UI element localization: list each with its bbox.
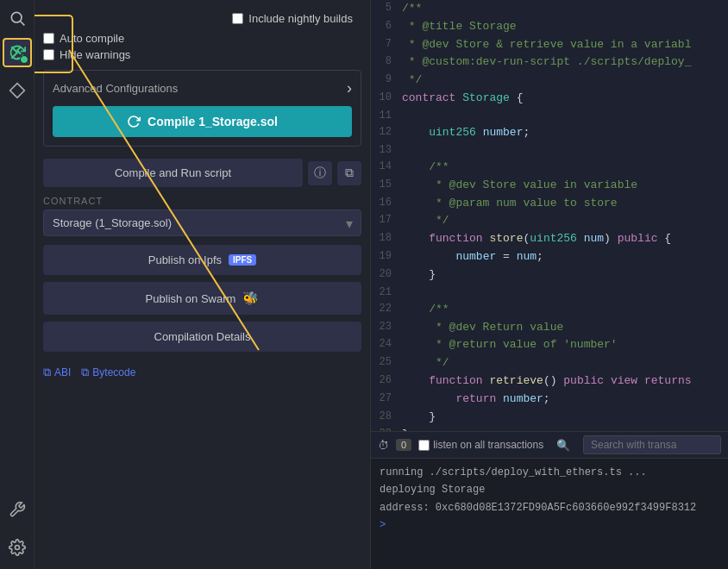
code-line: 8 * @custom:dev-run-script ./scripts/dep… — [371, 53, 728, 72]
expand-icon: › — [347, 79, 352, 97]
code-line: 10 contract Storage { — [371, 90, 728, 108]
publish-ipfs-label: Publish on Ipfs — [148, 253, 222, 266]
icon-sidebar — [0, 0, 35, 569]
terminal-line: address: 0xc680d08E1372FD90A5Fc603660e99… — [380, 499, 719, 516]
abi-bytecode-row: ⧉ ABI ⧉ Bytecode — [35, 359, 370, 386]
contract-select[interactable]: Storage (1_Storage.sol) — [43, 209, 361, 236]
compile-run-label: Compile and Run script — [115, 166, 231, 179]
bytecode-label: Bytecode — [92, 366, 135, 378]
swarm-icon: 🐝 — [242, 291, 259, 306]
terminal-prompt: > — [380, 519, 386, 531]
gear-icon-btn[interactable] — [3, 533, 32, 562]
terminal-search-input[interactable] — [583, 435, 721, 454]
bytecode-link[interactable]: ⧉ Bytecode — [81, 366, 135, 379]
code-line: 21 — [371, 284, 728, 301]
hide-warnings-row: Hide warnings — [35, 47, 370, 63]
terminal-count: 0 — [396, 439, 411, 451]
terminal-toolbar: ⏱ 0 listen on all transactions 🔍 — [371, 432, 728, 459]
advanced-config-section: Advanced Configurations › Compile 1_Stor… — [43, 70, 361, 147]
listen-transactions-label: listen on all transactions — [433, 439, 543, 451]
advanced-config-title: Advanced Configurations — [53, 82, 178, 95]
terminal-text-2: deploying Storage — [380, 484, 485, 496]
contract-select-wrap: Storage (1_Storage.sol) ▾ — [43, 209, 361, 236]
terminal-search-icon: 🔍 — [556, 439, 570, 452]
code-line: 23 * @dev Return value — [371, 319, 728, 337]
svg-line-1 — [20, 22, 24, 26]
code-line: 27 return number; — [371, 391, 728, 409]
copy-button[interactable]: ⧉ — [337, 161, 361, 185]
abi-copy-icon: ⧉ — [43, 366, 51, 379]
nightly-checkbox[interactable] — [232, 13, 243, 24]
code-line: 6 * @title Storage — [371, 18, 728, 36]
publish-swarm-button[interactable]: Publish on Swarm 🐝 — [43, 282, 361, 315]
compile-button[interactable]: Compile 1_Storage.sol — [53, 106, 352, 137]
compilation-details-button[interactable]: Compilation Details — [43, 322, 361, 352]
code-line: 26 function retrieve() public view retur… — [371, 372, 728, 391]
abi-label: ABI — [54, 366, 71, 378]
compile-plugin-btn[interactable] — [3, 38, 32, 67]
terminal-line: deploying Storage — [380, 481, 719, 498]
auto-compile-checkbox[interactable] — [43, 33, 54, 44]
code-editor[interactable]: 5 /** 6 * @title Storage 7 * @dev Store … — [371, 0, 728, 431]
code-line: 17 */ — [371, 212, 728, 230]
svg-marker-2 — [9, 84, 24, 98]
advanced-config-header[interactable]: Advanced Configurations › — [53, 79, 352, 97]
listen-transactions-checkbox[interactable] — [418, 440, 430, 451]
terminal-prompt-line: > — [380, 516, 719, 534]
info-icon: ⓘ — [314, 166, 326, 181]
code-line: 9 */ — [371, 72, 728, 90]
compilation-details-label: Compilation Details — [154, 330, 251, 343]
code-line: 14 /** — [371, 159, 728, 177]
code-line: 7 * @dev Store & retrieve value in a var… — [371, 36, 728, 54]
compile-button-label: Compile 1_Storage.sol — [147, 115, 278, 128]
terminal-clock-icon: ⏱ — [378, 439, 389, 452]
publish-ipfs-button[interactable]: Publish on Ipfs IPFS — [43, 245, 361, 275]
code-line: 13 — [371, 142, 728, 159]
code-line: 24 * @return value of 'number' — [371, 336, 728, 354]
active-badge — [20, 55, 28, 64]
code-line: 28 } — [371, 409, 728, 427]
code-line: 18 function store(uint256 num) public { — [371, 230, 728, 248]
svg-point-0 — [11, 12, 22, 22]
code-line: 25 */ — [371, 354, 728, 372]
ipfs-badge: IPFS — [229, 254, 256, 266]
code-line: 12 uint256 number; — [371, 124, 728, 142]
compile-refresh-icon — [127, 115, 141, 128]
diamond-icon-btn[interactable] — [3, 76, 32, 105]
listen-transactions-row: listen on all transactions — [418, 439, 543, 451]
bytecode-copy-icon: ⧉ — [81, 366, 89, 379]
copy-icon: ⧉ — [345, 166, 354, 180]
code-line: 22 /** — [371, 301, 728, 319]
code-line: 19 number = num; — [371, 248, 728, 266]
abi-link[interactable]: ⧉ ABI — [43, 366, 71, 379]
terminal-text-3: address: 0xc680d08E1372FD90A5Fc603660e99… — [380, 502, 696, 514]
right-panel: 5 /** 6 * @title Storage 7 * @dev Store … — [371, 0, 728, 569]
contract-label: CONTRACT — [35, 192, 370, 208]
compile-run-row: Compile and Run script ⓘ ⧉ — [43, 159, 361, 187]
hide-warnings-label: Hide warnings — [60, 48, 130, 61]
code-line: 15 * @dev Store value in variable — [371, 177, 728, 195]
publish-swarm-label: Publish on Swarm — [146, 292, 236, 305]
terminal-output: running ./scripts/deploy_with_ethers.ts … — [371, 459, 728, 569]
terminal-text-1: running ./scripts/deploy_with_ethers.ts … — [380, 466, 647, 478]
info-button[interactable]: ⓘ — [308, 161, 332, 185]
wrench-icon-btn[interactable] — [3, 495, 32, 524]
code-line: 20 } — [371, 266, 728, 284]
search-icon-btn[interactable] — [3, 3, 32, 33]
auto-compile-label: Auto compile — [60, 32, 124, 45]
auto-compile-row: Auto compile — [35, 30, 370, 47]
terminal-line: running ./scripts/deploy_with_ethers.ts … — [380, 464, 719, 481]
terminal-panel: ⏱ 0 listen on all transactions 🔍 running… — [371, 431, 728, 569]
code-line: 16 * @param num value to store — [371, 195, 728, 213]
left-panel: Include nightly builds Auto compile Hide… — [35, 0, 371, 569]
code-line: 11 — [371, 108, 728, 124]
compile-run-button[interactable]: Compile and Run script — [43, 159, 303, 187]
svg-point-3 — [15, 546, 19, 550]
hide-warnings-checkbox[interactable] — [43, 49, 54, 60]
code-line: 5 /** — [371, 0, 728, 18]
nightly-label: Include nightly builds — [248, 12, 353, 25]
